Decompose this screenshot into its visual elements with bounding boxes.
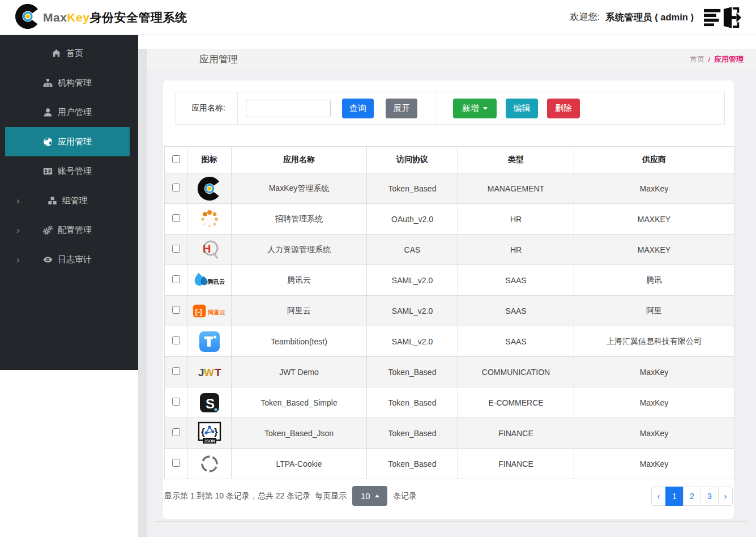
row-checkbox[interactable] [172,184,180,191]
page-size-dropdown[interactable]: 10 [352,486,387,506]
app-name-input[interactable] [246,100,331,117]
sidebar-item-label: 首页 [66,48,83,59]
row-select-cell [165,235,187,265]
sidebar-item-eye[interactable]: ›日志审计 [5,245,130,274]
app-icon-cell: JWT [187,357,232,387]
vendor-cell: MaxKey [574,173,734,204]
delete-button[interactable]: 删除 [547,99,580,118]
add-button[interactable]: 新增 [453,99,497,118]
protocol-cell: OAuth_v2.0 [367,204,458,235]
page-size-value: 10 [361,491,370,501]
category-cell: SAAS [458,296,574,326]
protocol-cell: Token_Based [367,449,458,479]
maxkey-app-icon [197,176,222,201]
table-row[interactable]: Teambition(test)SAML_v2.0SAAS上海汇翼信息科技有限公… [165,326,734,357]
app-name-cell: Token_Based_Simple [232,387,367,418]
table-row[interactable]: H人力资源管理系统CASHRMAXKEY [165,235,734,265]
table-row[interactable]: 招聘管理系统OAuth_v2.0HRMAXKEY [165,204,734,235]
select-all-checkbox[interactable] [172,155,180,163]
sidebar-item-cubes[interactable]: ›组管理 [5,186,130,215]
protocol-cell: Token_Based [367,418,458,449]
page-3-button[interactable]: 3 [701,487,719,506]
row-checkbox[interactable] [172,367,180,375]
next-page-button[interactable]: › [718,487,733,506]
sidebar-item-label: 账号管理 [58,166,92,177]
table-row[interactable]: 腾讯云腾讯云SAML_v2.0SAAS腾讯 [165,265,734,296]
json-app-icon: {}JSON [198,421,221,445]
app-icon-cell [187,173,232,204]
row-select-cell [165,173,187,204]
page-2-button[interactable]: 2 [683,487,701,506]
toolbar-divider [237,92,238,124]
category-cell: SAAS [458,326,574,357]
svg-text:J: J [198,366,204,378]
expand-button[interactable]: 展开 [386,99,417,118]
sidebar-item-gears[interactable]: ›配置管理 [5,215,130,245]
vendor-cell: MAXKEY [574,204,734,235]
sidebar-item-globe[interactable]: 应用管理 [5,127,130,156]
sidebar-item-label: 日志审计 [58,254,92,265]
svg-text:W: W [204,366,214,378]
protocol-cell: SAML_v2.0 [367,326,458,357]
chevron-right-icon: › [16,196,20,206]
app-name-cell: JWT Demo [232,357,367,387]
add-button-label: 新增 [462,103,479,114]
breadcrumb-home-link[interactable]: 首页 [690,55,704,63]
row-checkbox[interactable] [172,214,180,222]
row-checkbox[interactable] [172,398,180,406]
sidebar-item-label: 组管理 [62,195,88,206]
logout-icon[interactable] [704,7,741,28]
table-row[interactable]: SToken_Based_SimpleToken_BasedE-COMMERCE… [165,387,734,418]
caret-down-icon [483,107,488,110]
protocol-cell: CAS [367,235,458,265]
records-suffix: 条记录 [393,491,417,501]
app-icon-cell [187,204,232,235]
row-checkbox[interactable] [172,459,180,467]
table-row[interactable]: LTPA-CookieToken_BasedFINANCEMaxKey [165,449,734,479]
edit-button[interactable]: 编辑 [506,99,538,118]
row-select-cell [165,418,187,449]
app-name-cell: Token_Based_Json [232,418,367,449]
protocol-cell: Token_Based [367,173,458,204]
svg-text:阿里云: 阿里云 [208,309,225,315]
applications-table: 图标应用名称访问协议类型供应商 MaxKey管理系统Token_BasedMAN… [164,146,734,479]
app-name-cell: LTPA-Cookie [232,449,367,479]
sidebar-item-home[interactable]: 首页 [5,39,130,68]
breadcrumb-separator: / [708,55,711,63]
row-checkbox[interactable] [172,275,180,283]
category-cell: FINANCE [458,418,574,449]
brand-key: Key [67,11,89,24]
table-row[interactable]: JWTJWT DemoToken_BasedCOMMUNICATIONMaxKe… [165,357,734,387]
tencent-cloud-icon: 腾讯云 [192,269,227,292]
row-checkbox[interactable] [172,336,180,344]
brand-max: Max [43,11,67,24]
prev-page-button[interactable]: ‹ [651,487,666,506]
row-checkbox[interactable] [172,306,180,314]
sidebar-item-sitemap[interactable]: 机构管理 [5,68,130,97]
svg-text:H: H [203,242,211,255]
table-row[interactable]: [-]阿里云阿里云SAML_v2.0SAAS阿里 [165,296,734,326]
hr-app-icon: H [198,238,221,262]
app-icon-cell: {}JSON [187,418,232,449]
chevron-right-icon: › [16,225,20,235]
home-icon [52,49,61,58]
category-cell: HR [458,235,574,265]
page-1-button[interactable]: 1 [665,487,684,506]
table-row[interactable]: MaxKey管理系统Token_BasedMANAGEMENTMaxKey [165,173,734,204]
sidebar-item-user[interactable]: 用户管理 [5,97,130,127]
bottom-divider [155,521,748,522]
app-management-card: 应用名称: 查询 展开 新增 编辑 删除 [163,80,734,519]
toolbar-divider [437,92,437,124]
table-row[interactable]: {}JSONToken_Based_JsonToken_BasedFINANCE… [165,418,734,449]
sidebar-item-label: 机构管理 [58,78,92,88]
pagination-bar: 显示第 1 到第 10 条记录，总共 22 条记录 每页显示 10 条记录 ‹1… [164,479,734,513]
gears-icon [43,225,53,235]
row-select-cell [165,357,187,387]
column-header: 应用名称 [232,147,367,173]
svg-text:腾讯云: 腾讯云 [207,278,225,284]
sidebar-gutter [138,49,147,537]
row-checkbox[interactable] [172,428,180,436]
query-button[interactable]: 查询 [342,99,374,118]
row-checkbox[interactable] [172,245,180,253]
sidebar-item-id-card[interactable]: 账号管理 [5,156,130,186]
